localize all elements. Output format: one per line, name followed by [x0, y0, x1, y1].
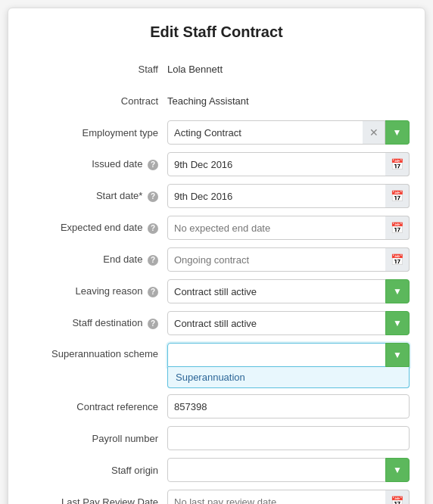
last-pay-review-wrapper: 📅 — [167, 490, 410, 504]
calendar-icon: 📅 — [391, 222, 403, 234]
employment-type-row: Employment type ✕ ▼ — [23, 120, 410, 145]
chevron-down-icon: ▼ — [393, 350, 402, 360]
edit-staff-contract-modal: Edit Staff Contract Staff Lola Bennett C… — [8, 8, 425, 504]
start-date-input[interactable] — [167, 184, 410, 208]
clear-icon: ✕ — [369, 126, 378, 138]
end-date-calendar-button[interactable]: 📅 — [385, 247, 410, 272]
expected-end-date-row: Expected end date ? 📅 — [23, 215, 410, 241]
contract-label: Contract — [23, 95, 167, 107]
expected-end-date-input[interactable] — [167, 216, 410, 240]
employment-type-dropdown-button[interactable]: ▼ — [385, 120, 410, 145]
staff-row: Staff Lola Bennett — [23, 56, 410, 82]
last-pay-review-label: Last Pay Review Date — [23, 496, 167, 505]
issued-date-info-icon: ? — [148, 160, 158, 170]
calendar-icon: 📅 — [391, 190, 403, 202]
staff-origin-select[interactable] — [167, 458, 410, 482]
superannuation-label: Superannuation scheme — [23, 343, 167, 359]
start-date-calendar-button[interactable]: 📅 — [385, 184, 410, 208]
last-pay-review-row: Last Pay Review Date 📅 — [23, 489, 410, 504]
end-date-label: End date ? — [23, 254, 167, 266]
end-date-wrapper: 📅 — [167, 247, 410, 272]
issued-date-calendar-button[interactable]: 📅 — [385, 152, 410, 176]
issued-date-row: Issued date ? 📅 — [23, 151, 410, 177]
leaving-reason-row: Leaving reason ? Contract still active ▼ — [23, 278, 410, 304]
superannuation-input[interactable] — [167, 343, 410, 367]
leaving-reason-info-icon: ? — [148, 287, 158, 297]
staff-destination-select[interactable]: Contract still active — [167, 311, 410, 335]
staff-destination-label: Staff destination ? — [23, 317, 167, 329]
contract-reference-label: Contract reference — [23, 401, 167, 412]
staff-origin-label: Staff origin — [23, 465, 167, 476]
contract-reference-row: Contract reference — [23, 394, 410, 419]
contract-row: Contract Teaching Assistant — [23, 88, 410, 114]
expected-end-date-calendar-button[interactable]: 📅 — [385, 216, 410, 240]
employment-type-buttons: ✕ ▼ — [363, 120, 410, 145]
staff-value: Lola Bennett — [167, 64, 223, 75]
start-date-wrapper: 📅 — [167, 184, 410, 208]
superannuation-wrapper: ▼ Superannuation — [167, 343, 410, 367]
superannuation-dropdown-button[interactable]: ▼ — [385, 343, 410, 367]
expected-end-date-wrapper: 📅 — [167, 216, 410, 240]
staff-destination-wrapper: Contract still active ▼ — [167, 311, 410, 335]
payroll-number-row: Payroll number — [23, 425, 410, 451]
end-date-input[interactable] — [167, 247, 410, 272]
issued-date-wrapper: 📅 — [167, 152, 410, 176]
staff-destination-info-icon: ? — [148, 319, 158, 329]
chevron-down-icon: ▼ — [393, 127, 402, 138]
staff-origin-row: Staff origin ▼ — [23, 457, 410, 483]
expected-end-date-label: Expected end date ? — [23, 222, 167, 234]
start-date-label: Start date* ? — [23, 190, 167, 202]
calendar-icon: 📅 — [391, 496, 403, 504]
employment-type-clear-button[interactable]: ✕ — [363, 120, 385, 145]
staff-origin-wrapper: ▼ — [167, 458, 410, 482]
contract-value: Teaching Assistant — [167, 95, 249, 107]
superannuation-row: Superannuation scheme ▼ Superannuation — [23, 342, 410, 368]
calendar-icon: 📅 — [391, 158, 403, 170]
last-pay-review-calendar-button[interactable]: 📅 — [385, 490, 410, 504]
start-date-info-icon: ? — [148, 191, 158, 202]
staff-label: Staff — [23, 64, 167, 75]
employment-type-wrapper: ✕ ▼ — [167, 120, 410, 145]
end-date-info-icon: ? — [148, 255, 158, 266]
last-pay-review-input[interactable] — [167, 490, 410, 504]
leaving-reason-select[interactable]: Contract still active — [167, 279, 410, 303]
calendar-icon: 📅 — [391, 254, 403, 266]
contract-reference-input[interactable] — [167, 394, 410, 418]
end-date-row: End date ? 📅 — [23, 247, 410, 272]
payroll-number-input[interactable] — [167, 426, 410, 450]
leaving-reason-wrapper: Contract still active ▼ — [167, 279, 410, 303]
expected-end-date-info-icon: ? — [148, 223, 158, 234]
page-title: Edit Staff Contract — [23, 23, 410, 41]
leaving-reason-label: Leaving reason ? — [23, 285, 167, 297]
issued-date-input[interactable] — [167, 152, 410, 176]
employment-type-label: Employment type — [23, 127, 167, 138]
start-date-row: Start date* ? 📅 — [23, 183, 410, 209]
payroll-number-label: Payroll number — [23, 433, 167, 444]
issued-date-label: Issued date ? — [23, 158, 167, 170]
superannuation-suggestion[interactable]: Superannuation — [167, 367, 410, 388]
staff-destination-row: Staff destination ? Contract still activ… — [23, 310, 410, 336]
